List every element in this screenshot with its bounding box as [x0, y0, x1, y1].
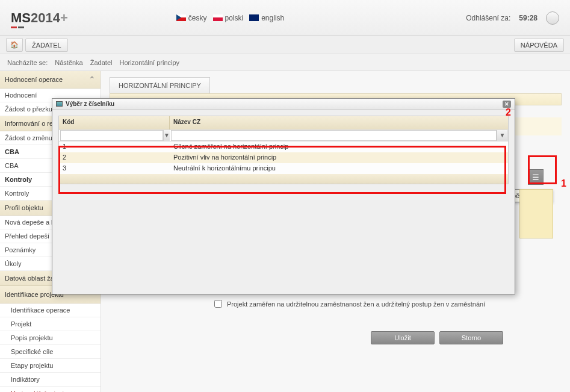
modal-close-button[interactable]: ✕: [503, 101, 511, 108]
flag-en-icon: [249, 14, 259, 21]
grid-row[interactable]: 1 Cílené zaměření na horizontální princi…: [59, 142, 508, 152]
save-button[interactable]: Uložit: [371, 331, 435, 344]
app-header: MS2014+ česky polski english Odhlášení z…: [0, 0, 570, 36]
filter-icon[interactable]: ▼: [497, 130, 507, 141]
lang-polish[interactable]: polski: [213, 14, 244, 22]
toolbar: 🏠 ŽADATEL NÁPOVĚDA: [0, 36, 570, 54]
lang-en-label: english: [261, 14, 284, 22]
breadcrumb-nastenka[interactable]: Nástěnka: [55, 59, 82, 66]
sidebar-section-hodnoceni-operace[interactable]: Hodnocení operace⌃: [0, 71, 101, 89]
grid-header: Kód Název CZ: [59, 116, 508, 129]
zadatel-button[interactable]: ŽADATEL: [25, 39, 68, 52]
modal-titlebar: Výběr z číselníku ✕: [52, 99, 515, 110]
modal-title-text: Výběr z číselníku: [66, 101, 114, 107]
breadcrumb-label: Nacházíte se:: [7, 59, 48, 66]
filter-kod: ▼: [59, 130, 170, 141]
codebook-modal: Výběr z číselníku ✕ Kód Název CZ ▼ ▼: [52, 98, 515, 294]
cell-kod: 3: [59, 163, 170, 174]
help-button[interactable]: NÁPOVĚDA: [514, 39, 564, 52]
tab-horizontalni-principy[interactable]: HORIZONTÁLNÍ PRINCIPY: [110, 77, 210, 93]
section-label: Hodnocení operace: [5, 76, 63, 83]
filter-nazev: ▼: [170, 130, 508, 141]
breadcrumb-zadatel[interactable]: Žadatel: [90, 59, 113, 66]
logout-label: Odhlášení za:: [466, 14, 510, 22]
grid-filter-row: ▼ ▼: [59, 129, 508, 142]
modal-body: Kód Název CZ ▼ ▼ 1 Cílené zaměření na ho…: [52, 110, 515, 190]
grid-rows: 1 Cílené zaměření na horizontální princi…: [59, 142, 508, 174]
section-label: Profil objektu: [5, 204, 43, 211]
cell-nazev: Pozitivní vliv na horizontální princip: [170, 152, 508, 163]
breadcrumb: Nacházíte se: Nástěnka Žadatel Horizontá…: [0, 54, 570, 71]
sidebar-item-indikatory[interactable]: Indikátory: [0, 373, 101, 387]
logo-plus: +: [60, 10, 68, 25]
logo-underline: [11, 26, 24, 28]
filter-icon[interactable]: ▼: [163, 130, 170, 141]
button-row: Uložit Storno: [371, 331, 503, 344]
sidebar-item-specificke-cile[interactable]: Specifické cíle: [0, 345, 101, 359]
annotation-label-1: 1: [561, 178, 566, 189]
grid-footer: [59, 174, 508, 184]
logo-ms: MS: [11, 10, 31, 25]
sidebar-item-popis-projektu[interactable]: Popis projektu: [0, 331, 101, 345]
filter-input-kod[interactable]: [60, 130, 163, 141]
power-icon[interactable]: [546, 11, 559, 25]
codebook-grid: Kód Název CZ ▼ ▼ 1 Cílené zaměření na ho…: [58, 116, 509, 184]
cell-nazev: Neutrální k horizontálnímu principu: [170, 163, 508, 174]
grid-row[interactable]: 3 Neutrální k horizontálnímu principu: [59, 163, 508, 174]
checkbox-row: Projekt zaměřen na udržitelnou zaměstnan…: [214, 300, 485, 308]
lang-english[interactable]: english: [249, 14, 284, 22]
logout-timer: 59:28: [519, 14, 537, 22]
app-logo: MS2014+: [11, 10, 68, 26]
cancel-button[interactable]: Storno: [439, 331, 503, 344]
annotation-box-1: [528, 155, 557, 184]
cell-kod: 2: [59, 152, 170, 163]
sidebar-item-projekt[interactable]: Projekt: [0, 317, 101, 331]
logo-year: 2014: [31, 10, 60, 25]
header-right: Odhlášení za: 59:28: [466, 11, 559, 25]
breadcrumb-current: Horizontální principy: [119, 59, 179, 66]
section-label: Informování o re: [5, 120, 53, 127]
flag-cz-icon: [176, 14, 186, 21]
sidebar-item-horizontalni-principy[interactable]: Horizontální principy: [0, 387, 101, 392]
annotation-label-2: 2: [506, 107, 511, 118]
language-switcher: česky polski english: [176, 14, 284, 22]
sustainability-checkbox[interactable]: [214, 300, 222, 308]
section-label: Datová oblast žá: [5, 275, 54, 282]
sidebar-item-etapy-projektu[interactable]: Etapy projektu: [0, 359, 101, 373]
home-button[interactable]: 🏠: [6, 38, 23, 52]
lang-czech[interactable]: česky: [176, 14, 207, 22]
col-header-nazev[interactable]: Název CZ: [170, 116, 508, 129]
checkbox-label: Projekt zaměřen na udržitelnou zaměstnan…: [227, 300, 485, 308]
sidebar-item-identifikace-operace[interactable]: Identifikace operace: [0, 303, 101, 317]
lang-pl-label: polski: [225, 14, 244, 22]
window-icon: [56, 101, 63, 107]
lang-cz-label: česky: [188, 14, 207, 22]
col-header-kod[interactable]: Kód: [59, 116, 170, 129]
grid-row[interactable]: 2 Pozitivní vliv na horizontální princip: [59, 152, 508, 163]
cell-nazev: Cílené zaměření na horizontální princip: [170, 142, 508, 152]
cell-kod: 1: [59, 142, 170, 152]
flag-pl-icon: [213, 14, 223, 21]
filter-input-nazev[interactable]: [171, 130, 497, 141]
chevron-up-icon: ⌃: [88, 75, 96, 84]
beige-box: [519, 189, 553, 238]
